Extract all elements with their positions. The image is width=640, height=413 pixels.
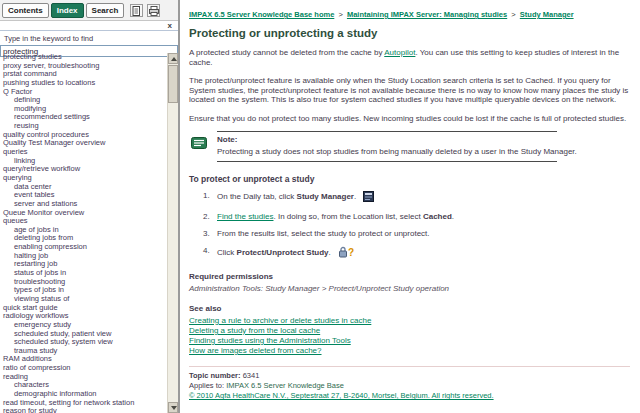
breadcrumb-separator: > — [511, 10, 515, 19]
nav-pane-header: x — [0, 21, 178, 31]
page-title: Protecting or unprotecting a study — [189, 27, 630, 39]
step-number: 1. — [203, 191, 210, 201]
protect-unprotect-lock-icon — [338, 246, 348, 261]
step-number: 2. — [203, 212, 210, 222]
feature-availability-paragraph: The protect/unprotect feature is availab… — [189, 76, 630, 105]
step-4: 4. Click Protect/Unprotect Study. ? — [189, 246, 630, 261]
see-also-link[interactable]: Finding studies using the Administration… — [189, 336, 630, 346]
locate-page-icon — [132, 6, 141, 16]
keyword-label: Type in the keyword to find — [0, 31, 178, 45]
step-1: 1. On the Daily tab, click Study Manager… — [189, 191, 630, 205]
index-scrollbar[interactable] — [167, 53, 178, 413]
topic-footer: Topic number: 6341 Applies to: IMPAX 6.5… — [189, 371, 630, 401]
close-pane-icon[interactable]: x — [168, 21, 172, 30]
see-also-link[interactable]: How are images deleted from cache? — [189, 346, 630, 356]
step-text: . In doing so, from the Location list, s… — [273, 212, 422, 221]
study-manager-label: Study Manager — [297, 192, 354, 201]
tab-search[interactable]: Search — [86, 3, 125, 18]
step-number: 4. — [203, 246, 210, 256]
protect-unprotect-label: Protect/Unprotect Study — [237, 248, 329, 257]
applies-to-line: Applies to: IMPAX 6.5 Server Knowledge B… — [189, 381, 630, 391]
step-3: 3. From the results list, select the stu… — [189, 229, 630, 239]
note-icon — [191, 135, 207, 153]
index-list-item[interactable]: reason for study — [0, 407, 167, 413]
warning-paragraph: Ensure that you do not protect too many … — [189, 114, 630, 124]
question-mark-icon: ? — [348, 247, 354, 258]
required-permissions-text: Administration Tools: Study Manager > Pr… — [189, 284, 630, 293]
note-text: Protecting a study does not stop studies… — [217, 147, 630, 157]
breadcrumb-link-home[interactable]: IMPAX 6.5 Server Knowledge Base home — [189, 10, 334, 19]
procedure-steps: 1. On the Daily tab, click Study Manager… — [189, 191, 630, 261]
see-also-link[interactable]: Deleting a study from the local cache — [189, 326, 630, 336]
tab-contents[interactable]: Contents — [2, 3, 49, 18]
navigation-pane: Contents Index Search x — [0, 0, 180, 413]
step-text: From the results list, select the study … — [217, 229, 430, 238]
copyright-link[interactable]: © 2010 Agfa HealthCare N.V., Septestraat… — [189, 391, 494, 400]
topic-number-label: Topic number: — [189, 371, 241, 380]
see-also-heading: See also — [189, 304, 630, 313]
note-bottom-rule — [217, 161, 557, 162]
copyright-line: © 2010 Agfa HealthCare N.V., Septestraat… — [189, 391, 630, 401]
step-text-end: . — [452, 212, 454, 221]
step-text: Click — [217, 248, 237, 257]
see-also-link[interactable]: Creating a rule to archive or delete stu… — [189, 316, 630, 326]
autopilot-link[interactable]: Autopilot — [384, 48, 415, 57]
cached-label: Cached — [423, 212, 452, 221]
index-keyword-list[interactable]: protecting studiesproxy server, troubles… — [0, 53, 167, 413]
footer-divider — [189, 366, 630, 367]
scroll-up-button[interactable] — [168, 53, 178, 64]
topic-number-value: 6341 — [243, 371, 260, 380]
see-also-links: Creating a rule to archive or delete stu… — [189, 316, 630, 357]
nav-tabstrip: Contents Index Search — [0, 0, 178, 21]
find-the-studies-link[interactable]: Find the studies — [217, 212, 273, 221]
breadcrumb-separator: > — [338, 10, 342, 19]
applies-to-value: IMPAX 6.5 Server Knowledge Base — [226, 381, 344, 390]
locate-in-contents-button[interactable] — [130, 4, 143, 17]
breadcrumb-link-section[interactable]: Maintaining IMPAX Server: Managing studi… — [347, 10, 507, 19]
applies-to-label: Applies to: — [189, 381, 224, 390]
note-label: Note: — [217, 135, 630, 144]
step-text-end: . — [329, 248, 331, 257]
topic-number-line: Topic number: 6341 — [189, 371, 630, 381]
step-2: 2. Find the studies. In doing so, from t… — [189, 212, 630, 222]
tab-index[interactable]: Index — [51, 3, 84, 18]
scroll-thumb[interactable] — [168, 65, 178, 103]
required-permissions-heading: Required permissions — [189, 272, 630, 281]
step-number: 3. — [203, 229, 210, 239]
step-text: On the Daily tab, click — [217, 192, 297, 201]
procedure-heading: To protect or unprotect a study — [189, 174, 630, 184]
print-button[interactable] — [147, 4, 160, 17]
intro-text: A protected study cannot be deleted from… — [189, 48, 384, 57]
printer-icon — [149, 6, 159, 16]
breadcrumb: IMPAX 6.5 Server Knowledge Base home > M… — [189, 10, 630, 19]
study-manager-icon — [363, 191, 374, 205]
scroll-down-button[interactable] — [168, 402, 178, 413]
help-viewer-window: Contents Index Search x — [0, 0, 640, 413]
note-block: Note: Protecting a study does not stop s… — [189, 131, 630, 162]
topic-content-pane: IMPAX 6.5 Server Knowledge Base home > M… — [182, 0, 640, 413]
step-text-end: . — [354, 192, 356, 201]
breadcrumb-link-study-manager[interactable]: Study Manager — [520, 10, 574, 19]
intro-paragraph: A protected study cannot be deleted from… — [189, 48, 630, 67]
